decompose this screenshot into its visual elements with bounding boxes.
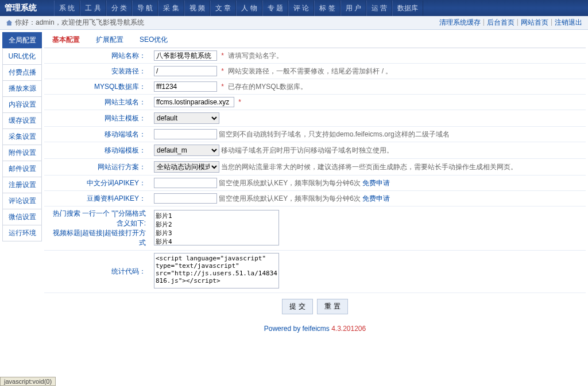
sidebar-item[interactable]: 付费点播 xyxy=(2,64,42,81)
nav-item[interactable]: 数据库 xyxy=(392,1,423,16)
sidebar-item[interactable]: 评论设置 xyxy=(2,193,42,209)
input-douban-apikey[interactable] xyxy=(154,193,217,204)
nav-item[interactable]: 标 签 xyxy=(314,1,340,16)
reset-button[interactable]: 重 置 xyxy=(317,299,347,314)
select-main-tpl[interactable]: default xyxy=(154,112,219,124)
sidebar-item[interactable]: 附件设置 xyxy=(2,145,42,161)
input-site-name[interactable] xyxy=(154,50,217,61)
sidebar-item[interactable]: 微信设置 xyxy=(2,209,42,225)
sidebar-item[interactable]: URL优化 xyxy=(2,48,42,65)
config-form: 网站名称： * 请填写贵站名字。 安装路径： * 网站安装路径，一般不需要修改，… xyxy=(44,48,586,293)
sidebar-item[interactable]: 邮件设置 xyxy=(2,161,42,177)
required-marker: * xyxy=(221,52,224,60)
sidebar-item[interactable]: 注册设置 xyxy=(2,177,42,193)
nav-item[interactable]: 文 章 xyxy=(210,1,236,16)
greeting-area: 你好：admin，欢迎使用飞飞影视导航系统 xyxy=(6,18,144,28)
link-douban-apply[interactable]: 免费申请 xyxy=(362,194,390,202)
nav-item[interactable]: 专 题 xyxy=(262,1,288,16)
nav-item[interactable]: 分 类 xyxy=(106,1,132,16)
sidebar-item[interactable]: 内容设置 xyxy=(2,96,42,113)
hint-mobile-domain: 留空则不自动跳转到子域名，只支持如demo.feifeicms.org这样的二级… xyxy=(219,130,449,138)
label-mobile-tpl: 移动端模板： xyxy=(44,142,150,159)
app-title: 管理系统 xyxy=(5,3,37,13)
select-run-mode[interactable]: 全站动态访问模式 xyxy=(154,161,219,173)
config-tab[interactable]: SEO优化 xyxy=(131,32,176,48)
config-tabs: 基本配置扩展配置SEO优化 xyxy=(44,32,586,48)
header-link[interactable]: 清理系统缓存 xyxy=(439,18,481,28)
label-main-tpl: 网站主模板： xyxy=(44,110,150,127)
input-main-domain[interactable] xyxy=(154,97,234,107)
input-mobile-domain[interactable] xyxy=(154,129,217,139)
sidebar-item[interactable]: 采集设置 xyxy=(2,128,42,145)
header-link[interactable]: 网站首页 xyxy=(521,18,548,28)
nav-item[interactable]: 视 频 xyxy=(184,1,210,16)
footer-version: 4.3.201206 xyxy=(331,325,366,333)
config-tab[interactable]: 扩展配置 xyxy=(88,32,131,48)
submit-button[interactable]: 提 交 xyxy=(282,299,312,314)
hint-douban-apikey: 留空使用系统默认KEY，频率限制为每分钟6次 免费申请 xyxy=(219,194,390,202)
label-main-domain: 网站主域名： xyxy=(44,95,150,110)
label-mysql-db: MYSQL数据库： xyxy=(44,79,150,95)
label-hot-search: 热门搜索 一行一个 "|"分隔格式含义如下: 视频标题|超链接|超链接打开方式 xyxy=(44,206,150,251)
hint-install-path: 网站安装路径，一般不需要修改，结尾必需加斜杆 / 。 xyxy=(228,67,392,75)
nav-item[interactable]: 用 户 xyxy=(341,1,366,16)
sidebar-item[interactable]: 运行环境 xyxy=(2,225,42,241)
nav-item[interactable]: 人 物 xyxy=(236,1,262,16)
hint-mysql-db: 已存在的MYSQL数据库。 xyxy=(228,83,307,91)
required-marker: * xyxy=(221,67,224,75)
main-nav: 系 统工 具分 类导 航采 集视 频文 章人 物专 题评 论标 签用 户运 营数… xyxy=(54,1,423,16)
link-cn-apply[interactable]: 免费申请 xyxy=(362,179,390,187)
label-stats-code: 统计代码： xyxy=(44,251,150,293)
footer: Powered by feifeicms 4.3.201206 xyxy=(44,320,586,337)
home-icon xyxy=(6,20,13,26)
textarea-stats-code[interactable]: <script language="javascript" type="text… xyxy=(154,253,279,288)
input-cn-apikey[interactable] xyxy=(154,178,217,188)
select-mobile-tpl[interactable]: default_m xyxy=(154,145,219,156)
input-mysql-db[interactable] xyxy=(154,81,217,92)
sub-header: 你好：admin，欢迎使用飞飞影视导航系统 清理系统缓存 | 后台首页 | 网站… xyxy=(0,16,588,30)
label-douban-apikey: 豆瓣资料APIKEY： xyxy=(44,191,150,206)
required-marker: * xyxy=(221,83,224,91)
label-install-path: 安装路径： xyxy=(44,64,150,79)
input-install-path[interactable] xyxy=(154,66,217,76)
nav-item[interactable]: 系 统 xyxy=(54,1,80,16)
main-area: 全局配置URL优化付费点播播放来源内容设置缓存设置采集设置附件设置邮件设置注册设… xyxy=(0,30,588,340)
hint-run-mode: 当您的网站流量非常大的时候，建议选择将一些页面生成静态，需要站长手动操作生成相关… xyxy=(221,163,517,171)
nav-item[interactable]: 运 营 xyxy=(366,1,392,16)
sidebar-item[interactable]: 全局配置 xyxy=(2,32,42,49)
greeting-text: 你好：admin，欢迎使用飞飞影视导航系统 xyxy=(15,18,144,28)
label-site-name: 网站名称： xyxy=(44,48,150,64)
hint-mobile-tpl: 移动端子域名开启时用于访问移动端子域名时独立使用。 xyxy=(221,146,393,154)
footer-text: Powered by feifeicms xyxy=(264,325,331,333)
header-link[interactable]: 注销退出 xyxy=(555,18,582,28)
top-header: 管理系统 系 统工 具分 类导 航采 集视 频文 章人 物专 题评 论标 签用 … xyxy=(0,0,588,16)
hint-site-name: 请填写贵站名字。 xyxy=(228,52,283,60)
required-marker: * xyxy=(238,98,241,106)
nav-item[interactable]: 导 航 xyxy=(132,1,158,16)
content-panel: 基本配置扩展配置SEO优化 网站名称： * 请填写贵站名字。 安装路径： * 网… xyxy=(44,32,586,337)
nav-item[interactable]: 评 论 xyxy=(288,1,314,16)
config-tab[interactable]: 基本配置 xyxy=(44,32,88,48)
header-links: 清理系统缓存 | 后台首页 | 网站首页 | 注销退出 xyxy=(439,18,582,28)
sidebar: 全局配置URL优化付费点播播放来源内容设置缓存设置采集设置附件设置邮件设置注册设… xyxy=(2,32,42,337)
label-run-mode: 网站运行方案： xyxy=(44,159,150,176)
label-mobile-domain: 移动端域名： xyxy=(44,127,150,142)
nav-item[interactable]: 工 具 xyxy=(80,1,106,16)
label-cn-apikey: 中文分词APIKEY： xyxy=(44,176,150,191)
sidebar-item[interactable]: 播放来源 xyxy=(2,80,42,97)
header-link[interactable]: 后台首页 xyxy=(487,18,514,28)
nav-item[interactable]: 采 集 xyxy=(158,1,184,16)
textarea-hot-search[interactable]: 影片1 影片2 影片3 影片4 影片5 xyxy=(154,210,279,245)
sidebar-item[interactable]: 缓存设置 xyxy=(2,112,42,129)
hint-cn-apikey: 留空使用系统默认KEY，频率限制为每分钟6次 免费申请 xyxy=(219,179,390,187)
form-buttons: 提 交 重 置 xyxy=(44,293,586,320)
